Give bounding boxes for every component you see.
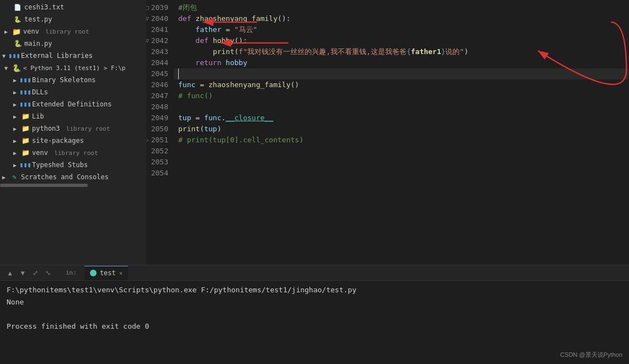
sidebar-item-label: test.py [24,15,52,23]
code-line-2053 [174,157,629,168]
code-line-2047: # func() [174,90,629,101]
terminal-scroll-down[interactable]: ▼ [17,267,28,279]
file-txt-icon: 📄 [13,3,22,12]
sidebar-item-testpy[interactable]: 🐍 test.py [0,13,146,25]
folder-icon: 📁 [21,124,30,133]
sidebar-item-venv2[interactable]: ▶ 📁 venv library root [0,147,146,159]
terminal-collapse[interactable]: ⤡ [42,267,54,279]
line-number: □2039 [146,2,168,13]
scratches-icon: ✎ [10,173,19,181]
fstring-brace-close: } [441,46,446,57]
indent [178,46,213,57]
line-numbers: □2039 ▽2040 2041 ▽2042 2043 2044 2045 20… [146,0,174,265]
arrow-icon: ▶ [13,114,21,120]
folder-icon: 📁 [21,136,30,145]
func-call: zhaoshenyang_family [209,79,291,90]
sidebar-item-label: Lib [32,113,44,120]
fold-icon[interactable]: ▽ [146,13,149,24]
tab-label: test [100,269,116,277]
fstring-brace: { [407,46,411,57]
fstring-var: father1 [411,46,441,57]
string-value: "马云" [234,24,258,35]
code-line-2054 [174,168,629,179]
bar-chart-icon: ▮▮▮ [21,88,30,97]
builtin-print2: print [178,124,200,135]
line-number: 2044 [146,57,168,68]
sidebar-item-ceshi3[interactable]: 📄 ceshi3.txt [0,1,146,13]
arrow-icon: ▶ [13,138,21,144]
sidebar-item-mainpy[interactable]: 🐍 main.py [0,38,146,50]
arrow-icon: ▼ [4,65,12,71]
sidebar-item-label: DLLs [32,88,48,96]
closure-attr: __closure__ [226,113,273,124]
bar-chart-icon: ▮▮▮ [21,76,30,84]
code-line-2046: func = zhaoshenyang_family() [174,79,629,90]
editor-area: □2039 ▽2040 2041 ▽2042 2043 2044 2045 20… [146,0,629,265]
line-number: ▷2051 [146,135,168,146]
indent [178,35,195,46]
sidebar-item-extended-definitions[interactable]: ▶ ▮▮▮ Extended Definitions [0,98,146,110]
comment-funccall: # func() [178,90,213,101]
sidebar-item-python311[interactable]: ▼ 🐍 < Python 3.11 (test1) > F:\p [0,62,146,74]
file-py-icon: 🐍 [13,39,22,48]
folder-icon: 📁 [21,148,30,157]
punct: ( [200,124,204,135]
fold-icon[interactable]: ▽ [146,35,149,46]
bar-chart-icon: ▮▮▮ [21,160,30,169]
sidebar: 📄 ceshi3.txt 🐍 test.py ▶ 📁 venv library … [0,0,146,265]
arrow-icon: ▶ [13,150,21,156]
sidebar-scrollbar[interactable] [0,183,146,188]
code-line-2039: #闭包 [174,2,629,13]
code-content[interactable]: #闭包 def zhaoshenyang_family(): father = … [174,0,629,265]
sidebar-item-python3[interactable]: ▶ 📁 python3 library root [0,122,146,135]
terminal-command-line: F:\pythonitems\test1\venv\Scripts\python… [7,284,622,296]
fstring-end: 说的" [445,46,464,57]
sidebar-item-site-packages[interactable]: ▶ 📁 site-packages [0,135,146,147]
tab-close-button[interactable]: × [119,270,123,277]
line-number: 2046 [146,79,168,90]
sidebar-item-label: < Python 3.11 (test1) > F:\p [23,65,125,72]
punct-close: ) [464,46,468,57]
sidebar-item-label: Scratches and Consoles [21,173,109,181]
sidebar-item-label: python3 library root [32,125,110,132]
punct: ( [234,46,239,57]
fold-icon[interactable]: □ [146,2,149,13]
code-line-2041: father = "马云" [174,24,629,35]
sidebar-item-label: venv library root [32,149,98,157]
sidebar-item-dlls[interactable]: ▶ ▮▮▮ DLLs [0,86,146,98]
sidebar-item-label: main.py [24,40,52,47]
sidebar-item-scratches[interactable]: ▶ ✎ Scratches and Consoles [0,171,146,183]
terminal-tab-test[interactable]: test × [84,266,129,280]
python-icon: 🐍 [12,63,21,72]
line-number: 2045 [146,68,168,79]
bar-chart-icon: ▮▮▮ [21,100,30,109]
terminal-empty-line [7,308,622,320]
sidebar-item-lib[interactable]: ▶ 📁 Lib [0,110,146,122]
punct: (): [234,35,247,46]
line-number: 2053 [146,157,168,168]
fold-icon[interactable]: ▷ [146,135,149,146]
var-tup: tup [178,113,191,124]
arrow-icon: ▶ [2,174,10,180]
sidebar-item-typeshed-stubs[interactable]: ▶ ▮▮▮ Typeshed Stubs [0,159,146,171]
punct: (): [278,13,290,24]
code-line-2052 [174,146,629,157]
keyword-return: return [195,57,226,68]
indent [178,57,195,68]
output-process-text: Process finished with exit code 0 [7,320,149,333]
line-number: 2049 [146,113,168,124]
folder-icon: 📁 [21,112,30,121]
line-number: 2041 [146,24,168,35]
punct-parens: () [291,79,300,90]
sidebar-item-venv[interactable]: ▶ 📁 venv library root [0,25,146,38]
code-line-2048 [174,101,629,113]
terminal-expand[interactable]: ⤢ [30,267,41,279]
sidebar-item-binary-skeletons[interactable]: ▶ ▮▮▮ Binary Skeletons [0,74,146,86]
sidebar-item-label: Typeshed Stubs [32,161,88,169]
arrow-icon: ▶ [13,126,21,132]
line-number: 2052 [146,146,168,157]
sidebar-item-external-libraries[interactable]: ▼ ▮▮▮ External Libraries [0,50,146,62]
sidebar-item-label: site-packages [32,137,84,144]
terminal-scroll-up[interactable]: ▲ [4,267,15,279]
code-line-2045 [174,68,629,79]
